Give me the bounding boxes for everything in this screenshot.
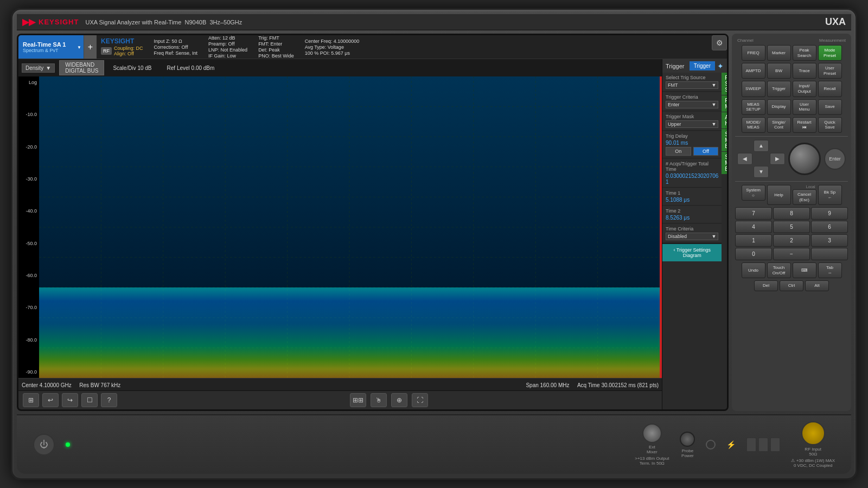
- mode-meas-button[interactable]: MODE/MEAS: [742, 117, 765, 133]
- trig-delay-label: Trig Delay: [666, 133, 718, 139]
- trig-delay-on-button[interactable]: On: [666, 147, 691, 156]
- num-3-button[interactable]: 3: [811, 234, 848, 247]
- num-7-button[interactable]: 7: [735, 207, 772, 220]
- input-output-button[interactable]: Input/Output: [793, 81, 816, 97]
- trace-button[interactable]: Trace: [793, 63, 816, 79]
- backspace-button[interactable]: Bk Sp←: [818, 185, 842, 205]
- num-minus-button[interactable]: −: [773, 248, 810, 260]
- usb-ports-group: [746, 438, 780, 452]
- grid-view-button[interactable]: ⊞⊞: [350, 393, 366, 407]
- tab-button[interactable]: Tab↔: [818, 262, 842, 278]
- usb-port-2[interactable]: [758, 438, 768, 452]
- cursor-button[interactable]: 🖱: [371, 393, 387, 407]
- save-button[interactable]: Save: [818, 99, 842, 115]
- stream-mark-bit1-button[interactable]: StreamMark Bit 1: [722, 129, 727, 151]
- trigger-panel-button[interactable]: Trigger: [690, 61, 715, 70]
- trig-source-item: Select Trig Source FMT▼: [662, 73, 722, 92]
- restart-button[interactable]: Restart⏮: [793, 117, 816, 133]
- trig-delay-off-button[interactable]: Off: [693, 147, 719, 156]
- mode-preset-button[interactable]: ModePreset: [818, 45, 842, 61]
- num-2-button[interactable]: 2: [773, 234, 810, 247]
- enter-button[interactable]: Enter: [824, 148, 846, 170]
- fullscreen-button[interactable]: ☐: [81, 393, 98, 407]
- time1-label: Time 1: [666, 190, 718, 196]
- bottom-freq-bar: Center 4.10000 GHz Res BW 767 kHz Span 1…: [18, 378, 662, 390]
- trigger-panel: Trigger Trigger ✦ Select Trig Source: [662, 59, 727, 409]
- auto-holdoff-button[interactable]: Auto/Holdoff: [722, 112, 727, 129]
- cancel-esc-button[interactable]: Cancel(Esc): [793, 189, 816, 205]
- ctrl-button[interactable]: Ctrl: [780, 280, 803, 291]
- num-empty-button[interactable]: [811, 248, 848, 260]
- num-8-button[interactable]: 8: [773, 207, 810, 220]
- user-menu-button[interactable]: UserMenu: [793, 99, 816, 115]
- num-5-button[interactable]: 5: [773, 221, 810, 233]
- usb-port-1[interactable]: [746, 438, 756, 452]
- undo-hw-button[interactable]: Undo: [742, 262, 765, 278]
- rf-input-warning: ⚠ +30 dBm (1W) MAX0 VDC, DC Coupled: [791, 458, 835, 468]
- freq-button[interactable]: FREQ: [742, 45, 765, 61]
- power-button[interactable]: ⏻: [33, 434, 55, 455]
- add-meas-button[interactable]: +: [84, 35, 97, 59]
- nav-left-button[interactable]: ◀: [737, 153, 752, 165]
- usb-port-3[interactable]: [770, 438, 780, 452]
- sweep-button[interactable]: SWEEP: [742, 81, 765, 97]
- marker-button[interactable]: ⊕: [391, 393, 407, 407]
- y-label-7: -70.0: [20, 305, 38, 310]
- y-label-1: -10.0: [20, 112, 38, 117]
- coupling-info: Coupling: DC: [114, 46, 143, 51]
- user-preset-button[interactable]: UserPreset: [818, 63, 842, 79]
- num-1-button[interactable]: 1: [735, 234, 772, 247]
- power-led: [66, 442, 70, 447]
- help-button[interactable]: ?: [101, 393, 117, 407]
- trig-source-dropdown[interactable]: FMT▼: [666, 81, 718, 89]
- nav-up-button[interactable]: ▲: [754, 140, 769, 152]
- probe-power-label: ProbePower: [681, 448, 694, 458]
- acqs-trigger-label: # Acqs/Trigger Total Time: [666, 161, 718, 172]
- zoom-button[interactable]: ⛶: [412, 393, 428, 407]
- num-9-button[interactable]: 9: [811, 207, 848, 220]
- nav-down-button[interactable]: ▼: [754, 166, 769, 178]
- undo-button[interactable]: ↩: [42, 393, 59, 407]
- trigger-panel-label: Trigger: [666, 63, 690, 69]
- preamp-info: Preamp: Off: [208, 41, 247, 47]
- amptd-button[interactable]: AMPTD: [742, 63, 765, 79]
- del-button[interactable]: Del: [754, 280, 778, 291]
- trigger-hw-button[interactable]: Trigger: [767, 81, 791, 97]
- time-criteria-dropdown[interactable]: Disabled▼: [666, 233, 718, 240]
- trigger-diagram-button[interactable]: ‹ Trigger SettingsDiagram: [662, 243, 722, 261]
- help-hw-button[interactable]: Help: [767, 185, 791, 205]
- density-selector[interactable]: Density ▼: [22, 63, 55, 73]
- quick-save-button[interactable]: QuickSave: [818, 117, 842, 133]
- peak-search-button[interactable]: PeakSearch: [793, 45, 816, 61]
- touch-on-off-button[interactable]: TouchOn/Off: [767, 262, 791, 278]
- meas-setup-button[interactable]: MEASSETUP: [742, 99, 765, 115]
- model-text: UXA Signal Analyzer with Real-Time N9040…: [85, 19, 242, 25]
- trigger-star-icon: ✦: [717, 62, 724, 70]
- num-4-button[interactable]: 4: [735, 221, 772, 233]
- alt-button[interactable]: Alt: [805, 280, 829, 291]
- meas-tab[interactable]: Real-Time SA 1 Spectrum & PvT ▼: [18, 35, 84, 59]
- trig-criteria-dropdown[interactable]: Enter▼: [666, 101, 718, 108]
- bw-button[interactable]: BW: [767, 63, 791, 79]
- single-cont-button[interactable]: Single/Cont: [767, 117, 791, 133]
- nav-right-button[interactable]: ▶: [770, 153, 785, 165]
- stream-mark-bit2-button[interactable]: StreamMark Bit 2: [722, 152, 727, 174]
- display-button[interactable]: Display: [767, 99, 791, 115]
- marker-button[interactable]: Marker: [767, 45, 791, 61]
- trig-mask-dropdown[interactable]: Upper▼: [666, 120, 718, 128]
- settings-gear-button[interactable]: ⚙: [712, 35, 727, 50]
- redo-button[interactable]: ↪: [62, 393, 78, 407]
- fmt-mask-button[interactable]: FMT Mask: [722, 95, 727, 112]
- recall-button[interactable]: Recall: [818, 81, 842, 97]
- keyboard-button[interactable]: ⌨: [793, 262, 816, 278]
- measurement-section-label: Measurement: [819, 38, 846, 43]
- windows-button[interactable]: ⊞: [23, 393, 39, 407]
- rotary-knob[interactable]: [788, 143, 821, 175]
- align-info: Align: Off: [114, 51, 143, 56]
- periodic-sync-button[interactable]: PeriodicSync Src: [722, 73, 727, 95]
- time2-label: Time 2: [666, 208, 718, 214]
- num-6-button[interactable]: 6: [811, 221, 848, 233]
- num-0-button[interactable]: 0: [735, 248, 772, 260]
- system-button[interactable]: System○: [742, 185, 765, 201]
- info-col-3: Trig: FMT FMT: Enter Det: Peak PNO: Best…: [258, 35, 294, 59]
